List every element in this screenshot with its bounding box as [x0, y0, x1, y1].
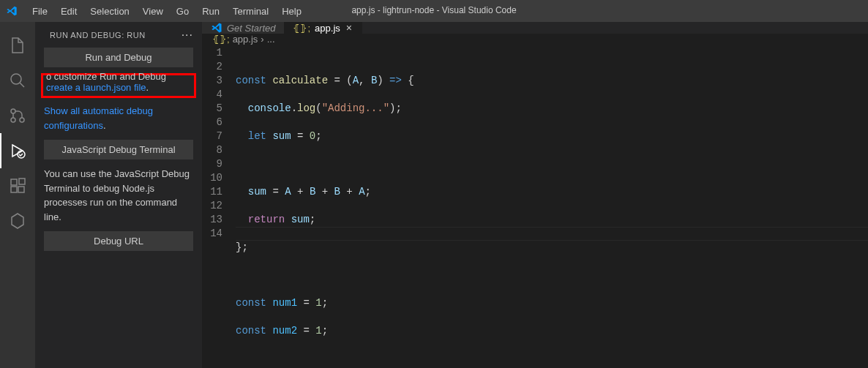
menu-selection[interactable]: Selection — [84, 3, 135, 20]
activity-bar — [0, 22, 35, 368]
run-and-debug-button[interactable]: Run and Debug — [44, 48, 193, 67]
breadcrumb-file[interactable]: app.js — [233, 34, 258, 45]
more-actions-icon[interactable]: ··· — [182, 29, 193, 42]
breadcrumb[interactable]: ⦃⦄; app.js › ... — [202, 34, 868, 45]
js-debug-terminal-button[interactable]: JavaScript Debug Terminal — [44, 140, 193, 159]
search-icon[interactable] — [0, 63, 35, 98]
tab-label: app.js — [315, 23, 340, 34]
svg-point-0 — [11, 74, 21, 84]
create-launch-json-link[interactable]: create a launch.json file — [46, 82, 146, 93]
customize-text-fragment: o customize Run and Debug — [46, 71, 191, 82]
explorer-icon[interactable] — [0, 28, 35, 63]
tab-app-js[interactable]: ⦃⦄; app.js × — [284, 22, 362, 34]
source-control-icon[interactable] — [0, 98, 35, 133]
svg-point-3 — [11, 118, 15, 122]
current-line-highlight — [236, 227, 868, 241]
extensions-icon[interactable] — [0, 168, 35, 203]
js-file-icon: ⦃⦄; — [212, 34, 230, 45]
tab-get-started[interactable]: Get Started — [202, 22, 284, 34]
menu-terminal[interactable]: Terminal — [227, 3, 274, 20]
svg-rect-5 — [11, 179, 17, 185]
highlighted-create-launch: o customize Run and Debug create a launc… — [41, 73, 196, 98]
svg-rect-8 — [19, 179, 25, 184]
debug-url-button[interactable]: Debug URL — [44, 231, 193, 251]
line-gutter: 1234567891011121314 — [202, 45, 236, 368]
breadcrumb-rest[interactable]: ... — [267, 34, 275, 45]
svg-rect-6 — [11, 187, 17, 192]
svg-point-1 — [11, 109, 15, 113]
editor-area: Get Started ⦃⦄; app.js × ⦃⦄; app.js › ..… — [202, 22, 868, 368]
editor-tabs: Get Started ⦃⦄; app.js × — [202, 22, 868, 34]
js-file-icon: ⦃⦄; — [293, 23, 310, 34]
menu-help[interactable]: Help — [276, 3, 307, 20]
sidebar-panel: RUN AND DEBUG: RUN ··· Run and Debug o c… — [35, 22, 202, 368]
menu-bar: File Edit Selection View Go Run Terminal… — [26, 3, 307, 20]
svg-rect-7 — [18, 187, 24, 192]
tab-label: Get Started — [227, 23, 275, 34]
menu-edit[interactable]: Edit — [55, 3, 83, 20]
menu-view[interactable]: View — [137, 3, 169, 20]
menu-go[interactable]: Go — [171, 3, 195, 20]
sidebar-title: RUN AND DEBUG: RUN — [50, 31, 146, 40]
code-editor[interactable]: 1234567891011121314 const calculate = (A… — [202, 45, 868, 368]
lightrun-icon[interactable] — [0, 203, 35, 239]
window-title: app.js - lightrun-node - Visual Studio C… — [351, 5, 516, 15]
js-terminal-description: You can use the JavaScript Debug Termina… — [44, 167, 193, 224]
sidebar-header: RUN AND DEBUG: RUN ··· — [35, 22, 202, 48]
show-all-configs-link[interactable]: Show all automatic debug configurations — [44, 105, 153, 131]
code-content[interactable]: const calculate = (A, B) => { console.lo… — [236, 45, 868, 368]
chevron-right-icon: › — [261, 34, 263, 45]
close-tab-icon[interactable]: × — [345, 22, 353, 34]
vscode-small-icon — [211, 22, 222, 34]
menu-file[interactable]: File — [26, 3, 53, 20]
menu-run[interactable]: Run — [196, 3, 225, 20]
svg-point-2 — [20, 118, 24, 122]
run-debug-icon[interactable] — [0, 133, 35, 168]
titlebar: File Edit Selection View Go Run Terminal… — [0, 0, 868, 22]
vscode-logo-icon — [6, 5, 18, 17]
